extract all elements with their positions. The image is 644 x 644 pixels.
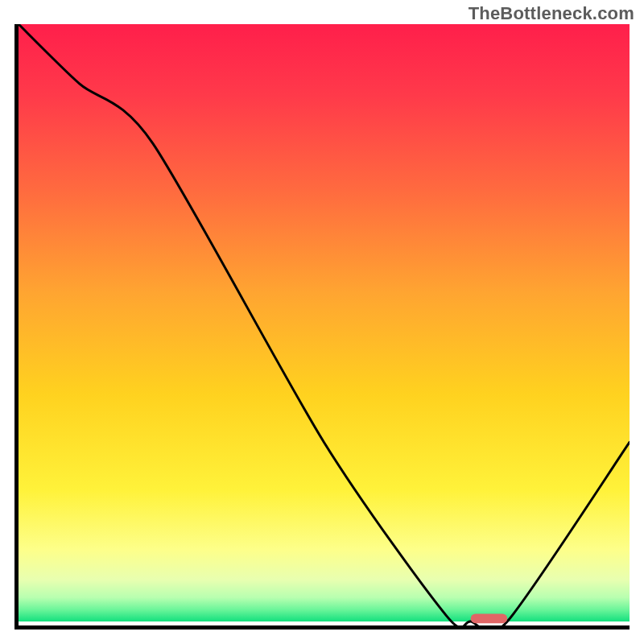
- chart-container: TheBottleneck.com: [0, 0, 644, 644]
- gradient-background: [19, 24, 630, 621]
- watermark-text: TheBottleneck.com: [469, 3, 634, 24]
- optimal-marker: [471, 613, 508, 623]
- chart-svg: [19, 24, 630, 625]
- plot-area: [14, 24, 630, 630]
